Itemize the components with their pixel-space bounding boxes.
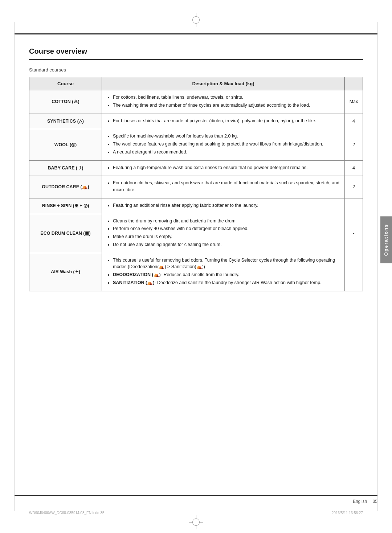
course-name-2: WOOL (◎) [29,129,102,160]
top-rules [15,33,377,36]
course-description-5: Featuring an additional rinse after appl… [102,198,345,214]
page-number-area: English 35 [15,499,377,504]
course-table: Course Description & Max load (kg) COTTO… [29,77,363,291]
thin-rule-top [15,36,377,36]
course-name-4: OUTDOOR CARE (⛺) [29,176,102,198]
course-description-3: Featuring a high-temperature wash and ex… [102,160,345,176]
page-number: 35 [373,499,377,504]
course-name-0: COTTON (♨) [29,90,102,114]
course-description-1: For blouses or shirts that are made of p… [102,114,345,129]
course-name-1: SYNTHETICS (△) [29,114,102,129]
course-description-0: For cottons, bed linens, table linens, u… [102,90,345,114]
subsection-label: Standard courses [29,67,363,73]
course-load-1: 4 [345,114,363,129]
col-header-load [345,77,363,90]
right-margin-rule [377,22,377,511]
course-load-5: - [345,198,363,214]
page-container: Course overview Standard courses Course … [0,0,392,533]
section-title: Course overview [29,47,363,60]
bottom-thick-rule [15,495,377,496]
course-load-4: 2 [345,176,363,198]
operations-sidebar-tab: Operations [380,217,392,263]
course-load-6: - [345,214,363,253]
bottom-crosshair [189,515,203,529]
main-content: Course overview Standard courses Course … [0,40,392,306]
course-load-3: 4 [345,160,363,176]
course-load-0: Max [345,90,363,114]
course-load-7: - [345,253,363,291]
course-name-3: BABY CARE (☽) [29,160,102,176]
crosshair-circle-bottom [192,518,200,526]
col-header-course: Course [29,77,102,90]
course-name-6: ECO DRUM CLEAN (▣) [29,214,102,253]
crosshair-circle [192,16,200,24]
course-name-5: RINSE + SPIN (⊞ + ◎) [29,198,102,214]
bottom-rule-area: English 35 [15,495,377,504]
left-margin-rule [15,22,15,511]
top-crosshair [189,13,203,27]
course-name-7: AIR Wash (✦) [29,253,102,291]
course-description-4: For outdoor clothes, skiwear, and sports… [102,176,345,198]
course-description-6: Cleans the drum by removing dirt and bac… [102,214,345,253]
footer-filename: WD90J6400AW_DC68-03591J-03_EN.indd 35 [29,511,105,515]
col-header-description: Description & Max load (kg) [102,77,345,90]
separator [369,499,370,504]
thick-rule-top [15,33,377,34]
language-label: English [353,499,367,504]
course-description-2: Specific for machine-washable wool for l… [102,129,345,160]
footer-timestamp: 2016/5/11 13:56:27 [332,511,363,515]
course-load-2: 2 [345,129,363,160]
bottom-crosshair-area [189,515,203,529]
course-description-7: This course is useful for removing bad o… [102,253,345,291]
